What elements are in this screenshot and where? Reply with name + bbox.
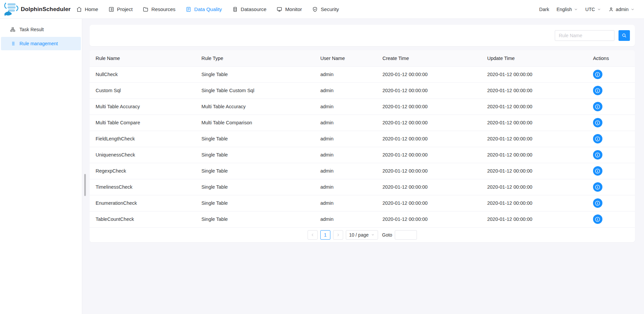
cell-create-time: 2020-01-12 00:00:00 — [376, 163, 481, 179]
home-icon — [76, 6, 82, 12]
page-layout: Task Result Rule management R — [0, 19, 644, 314]
chevron-down-icon — [597, 7, 601, 11]
cell-create-time: 2020-01-12 00:00:00 — [376, 131, 481, 147]
chevron-down-icon — [631, 7, 635, 11]
app-logo: DolphinScheduler — [3, 2, 71, 17]
next-page-button[interactable] — [333, 230, 343, 240]
cell-actions — [587, 211, 635, 227]
cell-create-time: 2020-01-12 00:00:00 — [376, 115, 481, 131]
cell-rule-type: Single Table — [195, 211, 314, 227]
theme-toggle[interactable]: Dark — [539, 7, 549, 12]
page-size-select[interactable]: 10 / page — [346, 230, 378, 240]
sidebar-item-label: Rule management — [19, 41, 58, 46]
hierarchy-icon — [10, 27, 15, 32]
table-row: FieldLengthCheck Single Table admin 2020… — [90, 131, 635, 147]
cell-update-time: 2020-01-12 00:00:00 — [481, 211, 587, 227]
shield-icon — [312, 6, 318, 12]
nav-item-project[interactable]: Project — [108, 0, 133, 19]
goto-page-input[interactable] — [395, 230, 417, 240]
rule-name-search-input[interactable] — [555, 30, 614, 41]
col-header-create-time: Create Time — [376, 50, 481, 66]
cell-rule-name: UniquenessCheck — [90, 147, 195, 163]
project-icon — [108, 6, 114, 12]
table-row: Multi Table Compare Multi Table Comparis… — [90, 115, 635, 131]
info-icon — [595, 184, 600, 190]
cell-update-time: 2020-01-12 00:00:00 — [481, 147, 587, 163]
rule-detail-button[interactable] — [593, 182, 602, 192]
col-header-actions: Actions — [587, 50, 635, 66]
rule-detail-button[interactable] — [593, 118, 602, 127]
cell-actions — [587, 195, 635, 211]
cell-update-time: 2020-01-12 00:00:00 — [481, 82, 587, 99]
rules-table-card: Rule Name Rule Type User Name Create Tim… — [90, 50, 635, 242]
data-quality-icon — [185, 6, 192, 12]
cell-actions — [587, 131, 635, 147]
nav-item-datasource[interactable]: Datasource — [232, 0, 267, 19]
datasource-icon — [232, 6, 238, 12]
nav-item-label: Project — [117, 6, 133, 12]
cell-user-name: admin — [314, 211, 376, 227]
nav-item-security[interactable]: Security — [312, 0, 339, 19]
cell-create-time: 2020-01-12 00:00:00 — [376, 195, 481, 211]
nav-item-home[interactable]: Home — [76, 0, 98, 19]
sidebar-item-task-result[interactable]: Task Result — [1, 23, 81, 36]
search-button[interactable] — [619, 30, 630, 41]
cell-update-time: 2020-01-12 00:00:00 — [481, 99, 587, 115]
rule-detail-button[interactable] — [593, 150, 602, 160]
cell-user-name: admin — [314, 147, 376, 163]
prev-page-button[interactable] — [308, 230, 318, 240]
nav-item-label: Datasource — [241, 6, 267, 12]
table-row: RegexpCheck Single Table admin 2020-01-1… — [90, 163, 635, 179]
language-select[interactable]: English — [556, 7, 578, 12]
theme-toggle-label: Dark — [539, 7, 549, 12]
nav-item-label: Resources — [151, 6, 175, 12]
rule-detail-button[interactable] — [593, 70, 602, 79]
rule-detail-button[interactable] — [593, 102, 602, 111]
rule-detail-button[interactable] — [593, 214, 602, 224]
page-1-button[interactable]: 1 — [320, 230, 330, 240]
info-icon — [595, 104, 600, 110]
cell-actions — [587, 66, 635, 82]
info-icon — [595, 136, 600, 142]
user-menu[interactable]: admin — [608, 7, 635, 12]
timezone-select-value: UTC — [585, 7, 595, 12]
nav-item-data-quality[interactable]: Data Quality — [185, 0, 222, 19]
cell-rule-name: Multi Table Accuracy — [90, 99, 195, 115]
sidebar-item-label: Task Result — [19, 27, 44, 32]
cell-create-time: 2020-01-12 00:00:00 — [376, 99, 481, 115]
cell-create-time: 2020-01-12 00:00:00 — [376, 82, 481, 99]
cell-rule-type: Single Table — [195, 66, 314, 82]
cell-rule-name: TimelinessCheck — [90, 179, 195, 195]
cell-actions — [587, 179, 635, 195]
language-select-value: English — [556, 7, 572, 12]
timezone-select[interactable]: UTC — [585, 7, 601, 12]
cell-user-name: admin — [314, 179, 376, 195]
navbar-right: Dark English UTC admin — [539, 7, 635, 12]
table-row: Multi Table Accuracy Multi Table Accurac… — [90, 99, 635, 115]
rules-table: Rule Name Rule Type User Name Create Tim… — [90, 50, 635, 228]
goto-label: Goto — [382, 232, 392, 238]
col-header-rule-name: Rule Name — [90, 50, 195, 66]
table-header-row: Rule Name Rule Type User Name Create Tim… — [90, 50, 635, 66]
cell-actions — [587, 99, 635, 115]
user-icon — [608, 7, 614, 12]
nav-item-resources[interactable]: Resources — [143, 0, 175, 19]
rule-detail-button[interactable] — [593, 198, 602, 208]
col-header-rule-type: Rule Type — [195, 50, 314, 66]
cell-create-time: 2020-01-12 00:00:00 — [376, 211, 481, 227]
rule-detail-button[interactable] — [593, 86, 602, 95]
info-icon — [595, 168, 600, 174]
rule-detail-button[interactable] — [593, 166, 602, 176]
cell-user-name: admin — [314, 131, 376, 147]
rule-detail-button[interactable] — [593, 134, 602, 143]
cell-user-name: admin — [314, 99, 376, 115]
vertical-scrollbar-thumb[interactable] — [84, 174, 86, 196]
cell-rule-name: Multi Table Compare — [90, 115, 195, 131]
monitor-icon — [276, 6, 282, 12]
info-icon — [595, 88, 600, 93]
nav-item-monitor[interactable]: Monitor — [276, 0, 302, 19]
cell-update-time: 2020-01-12 00:00:00 — [481, 131, 587, 147]
dolphinscheduler-logo-icon — [3, 2, 19, 17]
sidebar-item-rule-management[interactable]: Rule management — [1, 37, 81, 50]
info-icon — [595, 120, 600, 126]
